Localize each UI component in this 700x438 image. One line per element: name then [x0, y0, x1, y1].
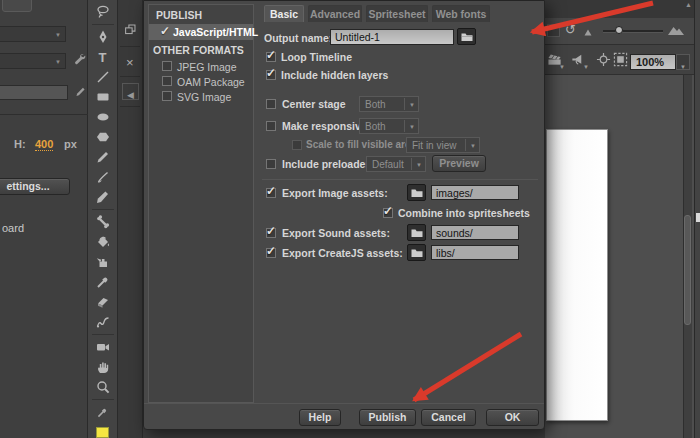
- rectangle-tool[interactable]: [89, 87, 117, 107]
- wrench-icon[interactable]: [72, 52, 86, 70]
- collapse-left-button[interactable]: ◀: [122, 83, 139, 100]
- stroke-eyedropper-icon[interactable]: [89, 402, 117, 422]
- image-folder-button[interactable]: [407, 184, 426, 201]
- height-value[interactable]: 400: [35, 138, 53, 151]
- format-item-jpeg[interactable]: JPEG Image: [149, 60, 253, 75]
- center-stage-checkbox[interactable]: [266, 99, 276, 109]
- view-mini-button[interactable]: [547, 24, 560, 37]
- checkbox-checked-icon: ✓: [383, 205, 393, 217]
- eraser-tool[interactable]: [89, 292, 117, 312]
- output-name-input[interactable]: [330, 29, 454, 45]
- fill-color-swatch[interactable]: [89, 422, 117, 438]
- pencil-tool[interactable]: [89, 147, 117, 167]
- properties-dropdown-1[interactable]: ▼: [0, 26, 66, 42]
- preloader-select[interactable]: Default ▼: [366, 156, 426, 172]
- close-icon[interactable]: ×: [126, 56, 134, 69]
- preview-button[interactable]: Preview: [432, 155, 486, 172]
- createjs-folder-button[interactable]: [407, 244, 426, 261]
- collapsed-panel-strip: × ◀: [118, 0, 143, 438]
- sound-folder-button[interactable]: [407, 224, 426, 241]
- zoom-slider-thumb[interactable]: [615, 26, 623, 34]
- zoom-level-dropdown-button[interactable]: ▼: [676, 54, 690, 70]
- ink-bottle-tool[interactable]: [89, 252, 117, 272]
- pen-tool[interactable]: [89, 27, 117, 47]
- scale-checkbox[interactable]: [292, 140, 302, 150]
- checkbox[interactable]: [162, 76, 172, 86]
- browse-folder-button[interactable]: [457, 28, 476, 45]
- divider: [120, 76, 140, 77]
- text-tool[interactable]: T: [89, 47, 117, 67]
- format-item-label: JavaScript/HTML: [173, 26, 258, 38]
- zoom-in-mountain-icon[interactable]: [667, 24, 685, 36]
- select-value: Default: [372, 159, 404, 170]
- zoom-slider-track[interactable]: [603, 30, 663, 33]
- publish-button[interactable]: Publish: [359, 409, 416, 426]
- oval-tool[interactable]: [89, 107, 117, 127]
- publish-settings-button[interactable]: ettings...: [0, 178, 70, 195]
- divider: [120, 106, 140, 107]
- cancel-button[interactable]: Cancel: [421, 409, 476, 426]
- select-value: Both: [365, 99, 386, 110]
- tab-web-fonts[interactable]: Web fonts: [432, 5, 490, 22]
- zoom-level-value[interactable]: 100%: [630, 54, 676, 70]
- publish-settings-dialog: PUBLISH ✓ JavaScript/HTML OTHER FORMATS …: [143, 0, 545, 430]
- divider: [465, 139, 466, 151]
- sound-path-input[interactable]: [431, 225, 519, 240]
- tab-spritesheet[interactable]: Spritesheet: [366, 5, 428, 22]
- bone-tool[interactable]: [89, 212, 117, 232]
- camera-tool[interactable]: [89, 337, 117, 357]
- checkbox-checked-icon: ✓: [266, 49, 276, 61]
- make-responsive-select[interactable]: Both ▼: [359, 118, 419, 134]
- make-responsive-checkbox[interactable]: [266, 121, 276, 131]
- lasso-tool[interactable]: [89, 2, 117, 22]
- checkbox-checked-icon: ✓: [266, 185, 276, 197]
- divider: [92, 399, 114, 400]
- pen-mini-icon[interactable]: [74, 84, 87, 102]
- panel-top-button[interactable]: [2, 0, 32, 12]
- zoom-tool[interactable]: [89, 377, 117, 397]
- clip-content-icon[interactable]: [613, 52, 628, 67]
- ok-button[interactable]: OK: [486, 409, 539, 426]
- canvas-stage[interactable]: [546, 129, 608, 421]
- rotate-view-icon[interactable]: ↺: [565, 22, 576, 37]
- image-path-input[interactable]: [431, 185, 519, 200]
- properties-text-input[interactable]: [0, 85, 68, 100]
- include-preloader-checkbox[interactable]: [266, 159, 276, 169]
- paint-bucket-tool[interactable]: [89, 232, 117, 252]
- scroll-up-icon[interactable]: ▲: [685, 1, 692, 8]
- center-stage-crosshair-icon[interactable]: [596, 52, 611, 67]
- eyedropper-tool[interactable]: [89, 272, 117, 292]
- asset-warp-tool[interactable]: [89, 312, 117, 332]
- polygon-tool[interactable]: [89, 127, 117, 147]
- folder-icon: [411, 248, 423, 258]
- tab-basic[interactable]: Basic: [264, 5, 304, 22]
- chevron-down-icon: ▼: [680, 64, 686, 70]
- line-tool[interactable]: [89, 67, 117, 87]
- application-window: ▼ ▼ H: 400 px ettings... oard T: [0, 0, 700, 438]
- tab-advanced[interactable]: Advanced: [308, 5, 362, 22]
- make-responsive-label: Make responsive: [282, 120, 367, 132]
- output-name-label: Output name:: [264, 32, 332, 44]
- createjs-path-input[interactable]: [431, 245, 519, 260]
- format-item-svg[interactable]: SVG Image: [149, 90, 253, 105]
- format-item-javascript-html[interactable]: ✓ JavaScript/HTML: [149, 24, 253, 40]
- properties-dropdown-2[interactable]: ▼: [0, 53, 66, 69]
- help-button[interactable]: Help: [299, 409, 341, 426]
- vertical-scrollbar-thumb[interactable]: [684, 215, 691, 325]
- scale-select[interactable]: Fit in view ▼: [406, 137, 480, 153]
- checkbox-checked-icon[interactable]: ✓: [160, 25, 170, 37]
- chevron-down-icon: ▼: [583, 64, 589, 70]
- checkbox-checked-icon: ✓: [266, 245, 276, 257]
- collapse-panels-icon[interactable]: [124, 22, 137, 40]
- paint-brush-tool[interactable]: [89, 187, 117, 207]
- checkbox-checked-icon: ✓: [266, 67, 276, 79]
- hand-tool[interactable]: [89, 357, 117, 377]
- folder-icon: [411, 228, 423, 238]
- format-item-label: JPEG Image: [177, 61, 237, 73]
- zoom-out-mountain-icon[interactable]: [584, 27, 595, 36]
- checkbox[interactable]: [162, 91, 172, 101]
- format-item-oam[interactable]: OAM Package: [149, 75, 253, 90]
- center-stage-select[interactable]: Both ▼: [359, 96, 419, 112]
- brush-tool[interactable]: [89, 167, 117, 187]
- checkbox[interactable]: [162, 61, 172, 71]
